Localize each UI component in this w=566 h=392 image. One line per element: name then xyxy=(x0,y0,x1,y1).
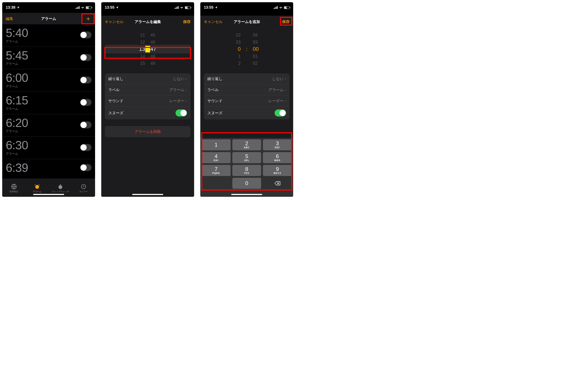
snooze-toggle[interactable] xyxy=(176,110,187,116)
alarm-row[interactable]: 5:40アラーム xyxy=(2,24,95,47)
alarm-label: アラーム xyxy=(6,84,28,88)
key-2[interactable]: 2ABC xyxy=(232,139,261,150)
alarm-label: アラーム xyxy=(6,107,28,111)
screen-edit-alarm: 13:55 49 キャンセル アラームを編集 保存 10 11 12 xyxy=(101,2,194,197)
key-0[interactable]: 0 xyxy=(232,178,261,189)
screen-add-alarm: 13:55 49 キャンセル アラームを追加 保存 21 22 23 xyxy=(200,2,293,197)
svg-rect-13 xyxy=(274,8,274,9)
snooze-toggle[interactable] xyxy=(275,110,286,116)
alarm-row[interactable]: 6:30アラーム xyxy=(2,137,95,159)
svg-rect-1 xyxy=(77,7,77,9)
snooze-row: スヌーズ xyxy=(204,107,290,119)
sound-row[interactable]: サウンド レーダー› xyxy=(105,96,191,107)
status-bar: 13:55 49 xyxy=(200,2,293,13)
key-1[interactable]: 1 xyxy=(202,139,231,150)
status-time: 13:55 xyxy=(105,5,114,10)
svg-rect-10 xyxy=(176,7,177,9)
chevron-right-icon: › xyxy=(285,87,286,92)
home-indicator[interactable] xyxy=(33,194,64,195)
alarm-time: 5:40 xyxy=(6,27,28,39)
tab-world-clock[interactable]: 世界時計 xyxy=(2,179,26,197)
home-indicator[interactable] xyxy=(132,194,163,195)
alarm-time: 6:20 xyxy=(6,116,28,129)
edit-button[interactable]: 編集 xyxy=(6,16,13,21)
alarm-row[interactable]: 6:00アラーム xyxy=(2,69,95,92)
alarm-list[interactable]: 5:40アラーム 5:45アラーム 6:00アラーム 6:15アラーム 6:20… xyxy=(2,24,95,179)
alarm-toggle[interactable] xyxy=(80,99,92,106)
add-alarm-button[interactable]: ＋ xyxy=(85,15,92,22)
svg-rect-15 xyxy=(276,7,276,9)
navbar: 編集 アラーム ＋ xyxy=(2,13,95,24)
hour-column[interactable]: 10 11 12 13 14 15 16 xyxy=(133,29,145,69)
repeat-row[interactable]: 繰り返し しない› xyxy=(105,73,191,84)
chevron-right-icon: › xyxy=(285,98,286,103)
cancel-button[interactable]: キャンセル xyxy=(204,19,223,24)
alarm-toggle[interactable] xyxy=(80,31,92,39)
cellular-icon xyxy=(76,6,80,9)
alarm-row[interactable]: 6:39 xyxy=(2,159,95,177)
alarm-row[interactable]: 6:15アラーム xyxy=(2,92,95,114)
screen-alarm-list: 13:38 52 編集 アラーム ＋ 5:40アラーム 5:45アラーム 6:0… xyxy=(2,2,95,197)
settings-list: 繰り返し しない› ラベル アラーム› サウンド レーダー› スヌーズ xyxy=(204,73,290,119)
alarm-toggle[interactable] xyxy=(80,54,92,61)
label-row[interactable]: ラベル アラーム› xyxy=(204,84,290,96)
alarm-label: アラーム xyxy=(6,62,28,66)
location-icon xyxy=(215,6,218,9)
tab-timer[interactable]: タイマー xyxy=(72,179,95,197)
minute-column[interactable]: 57 58 59 00 01 02 03 xyxy=(253,29,265,69)
svg-rect-2 xyxy=(78,7,79,9)
alarm-time: 6:00 xyxy=(6,71,28,84)
minute-column[interactable]: 44 45 46 47 48 49 50 xyxy=(150,29,162,69)
time-colon: : xyxy=(246,46,248,52)
alarm-row[interactable]: 6:20アラーム xyxy=(2,114,95,137)
key-blank xyxy=(202,178,231,189)
cursor-indicator xyxy=(145,46,150,52)
stopwatch-icon xyxy=(57,184,63,189)
alarm-toggle[interactable] xyxy=(80,76,92,84)
svg-rect-7 xyxy=(60,184,61,185)
key-4[interactable]: 4GHI xyxy=(202,152,231,163)
battery-icon: 49 xyxy=(185,6,191,9)
key-3[interactable]: 3DEF xyxy=(263,139,292,150)
key-9[interactable]: 9WXYZ xyxy=(263,165,292,176)
alarm-icon xyxy=(34,184,40,189)
alarm-time: 6:15 xyxy=(6,94,28,107)
label-row[interactable]: ラベル アラーム› xyxy=(105,84,191,96)
time-picker[interactable]: 21 22 23 0 1 2 3 : 57 58 59 00 01 02 03 xyxy=(204,29,290,69)
delete-alarm-button[interactable]: アラームを削除 xyxy=(105,126,191,137)
chevron-right-icon: › xyxy=(186,76,187,81)
svg-rect-3 xyxy=(79,6,80,9)
wifi-icon xyxy=(180,6,183,9)
battery-icon: 49 xyxy=(284,6,290,9)
key-5[interactable]: 5JKL xyxy=(232,152,261,163)
time-picker[interactable]: 10 11 12 13 14 15 16 44 45 46 47 48 49 5… xyxy=(105,29,191,69)
key-delete[interactable] xyxy=(263,178,292,189)
sheet-navbar: キャンセル アラームを追加 保存 xyxy=(200,16,293,28)
key-7[interactable]: 7PQRS xyxy=(202,165,231,176)
alarm-toggle[interactable] xyxy=(80,121,92,128)
alarm-time: 5:45 xyxy=(6,49,28,62)
alarm-time: 6:39 xyxy=(6,161,28,174)
svg-rect-12 xyxy=(178,6,179,9)
cancel-button[interactable]: キャンセル xyxy=(105,19,124,24)
save-button[interactable]: 保存 xyxy=(183,19,191,24)
alarm-time: 6:30 xyxy=(6,139,28,152)
chevron-right-icon: › xyxy=(186,98,187,103)
alarm-toggle[interactable] xyxy=(80,144,92,151)
backspace-icon xyxy=(274,181,281,185)
alarm-toggle[interactable] xyxy=(80,164,92,171)
repeat-row[interactable]: 繰り返し しない› xyxy=(204,73,290,84)
svg-rect-9 xyxy=(175,8,175,9)
key-8[interactable]: 8TUV xyxy=(232,165,261,176)
chevron-right-icon: › xyxy=(186,87,187,92)
sheet-navbar: キャンセル アラームを編集 保存 xyxy=(101,16,194,28)
home-indicator[interactable] xyxy=(231,194,262,195)
timer-icon xyxy=(81,184,86,189)
save-button[interactable]: 保存 xyxy=(282,19,290,24)
hour-column[interactable]: 21 22 23 0 1 2 3 xyxy=(229,29,241,69)
alarm-row[interactable]: 5:45アラーム xyxy=(2,47,95,70)
sound-row[interactable]: サウンド レーダー› xyxy=(204,96,290,107)
globe-icon xyxy=(11,184,17,189)
key-6[interactable]: 6MNO xyxy=(263,152,292,163)
svg-rect-0 xyxy=(76,8,76,9)
